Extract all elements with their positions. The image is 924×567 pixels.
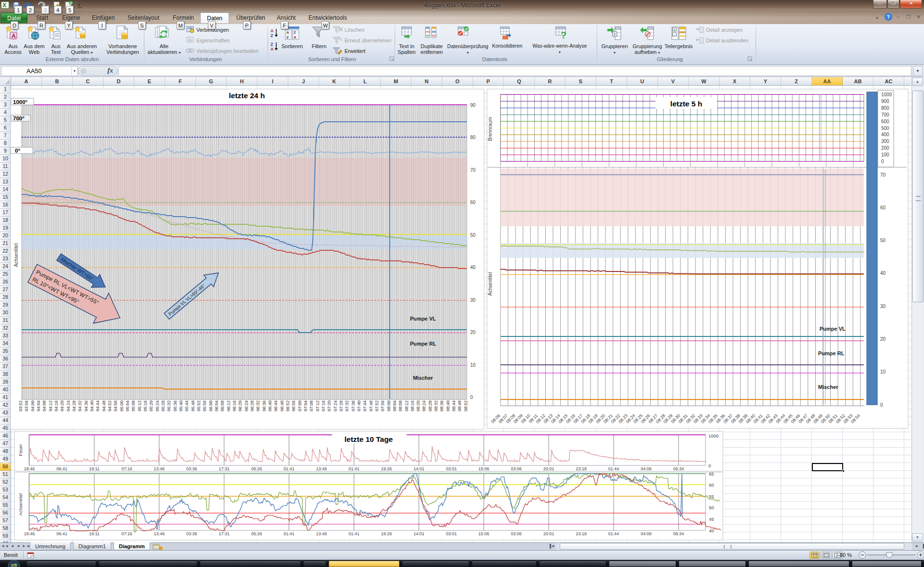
svg-text:letzte 24 h: letzte 24 h	[229, 91, 265, 100]
svg-text:04:04: 04:04	[36, 400, 41, 412]
svg-text:500: 500	[881, 126, 889, 131]
svg-text:20: 20	[880, 336, 886, 342]
svg-text:06:48: 06:48	[280, 400, 284, 412]
svg-text:04:36: 04:36	[84, 400, 89, 412]
svg-text:03:52: 03:52	[18, 400, 23, 412]
svg-text:07:16: 07:16	[321, 400, 326, 412]
svg-text:?: ?	[561, 30, 566, 40]
svg-text:07:12: 07:12	[315, 400, 320, 412]
svg-text:01:41: 01:41	[283, 531, 295, 536]
svg-text:10: 10	[880, 369, 886, 374]
svg-text:Achsentitel: Achsentitel	[488, 272, 493, 296]
svg-text:X: X	[2, 2, 6, 9]
svg-text:04:56: 04:56	[113, 400, 118, 412]
svg-text:Achsentitel: Achsentitel	[13, 244, 19, 267]
svg-text:04:16: 04:16	[54, 400, 59, 412]
svg-text:Pumpe RL: Pumpe RL	[818, 350, 845, 356]
svg-text:Z: Z	[270, 42, 273, 47]
svg-text:06:56: 06:56	[291, 400, 296, 412]
svg-text:01:41: 01:41	[283, 466, 295, 471]
svg-text:08:00: 08:00	[386, 400, 391, 412]
svg-text:15:06: 15:06	[478, 466, 489, 471]
svg-text:04:32: 04:32	[77, 400, 82, 412]
svg-text:30: 30	[880, 304, 886, 309]
svg-text:07:16: 07:16	[121, 531, 132, 536]
svg-text:Mischer: Mischer	[818, 384, 838, 390]
svg-text:0: 0	[880, 402, 883, 408]
svg-text:06:08: 06:08	[220, 400, 225, 412]
svg-text:07:56: 07:56	[380, 400, 385, 412]
svg-text:20:01: 20:01	[543, 466, 554, 471]
svg-text:60: 60	[709, 482, 714, 488]
svg-text:06:28: 06:28	[250, 400, 255, 412]
svg-text:05:08: 05:08	[131, 400, 136, 412]
svg-text:60: 60	[470, 200, 476, 205]
svg-text:06:04: 06:04	[214, 400, 219, 412]
svg-text:50: 50	[709, 505, 714, 510]
svg-text:20:01: 20:01	[543, 531, 554, 536]
svg-text:14:01: 14:01	[413, 466, 424, 471]
svg-text:900: 900	[881, 99, 889, 104]
svg-text:03:06: 03:06	[511, 466, 522, 471]
svg-text:04:09: 04:09	[641, 531, 652, 536]
svg-text:06:40: 06:40	[268, 400, 272, 412]
svg-text:05:04: 05:04	[125, 400, 130, 412]
svg-text:01:41: 01:41	[348, 466, 359, 471]
svg-text:05:26: 05:26	[251, 466, 262, 471]
svg-text:01:41: 01:41	[348, 531, 359, 536]
svg-text:letzte 5 h: letzte 5 h	[670, 100, 702, 108]
svg-text:50: 50	[880, 238, 886, 243]
svg-text:08:12: 08:12	[404, 400, 409, 412]
svg-text:07:24: 07:24	[333, 400, 338, 412]
svg-text:07:28: 07:28	[339, 400, 344, 412]
svg-text:1000: 1000	[708, 433, 719, 438]
svg-text:60: 60	[880, 205, 886, 210]
svg-text:06:34: 06:34	[673, 531, 684, 536]
svg-text:300: 300	[881, 139, 889, 144]
svg-text:13:46: 13:46	[316, 531, 327, 536]
svg-text:04:48: 04:48	[102, 400, 106, 412]
svg-text:04:12: 04:12	[48, 400, 53, 412]
svg-text:06:36: 06:36	[262, 400, 267, 412]
svg-text:700°: 700°	[13, 116, 25, 121]
svg-text:90: 90	[470, 103, 476, 108]
svg-text:05:24: 05:24	[155, 400, 160, 412]
svg-text:65: 65	[709, 471, 714, 477]
svg-text:08:48: 08:48	[457, 400, 462, 412]
svg-text:13:46: 13:46	[154, 466, 165, 471]
svg-text:07:16: 07:16	[121, 466, 132, 471]
svg-text:08:16: 08:16	[410, 400, 415, 412]
svg-text:200: 200	[881, 145, 889, 151]
svg-text:05:40: 05:40	[179, 400, 183, 412]
svg-text:03:01: 03:01	[446, 531, 457, 536]
svg-text:06:34: 06:34	[673, 466, 684, 471]
svg-text:04:40: 04:40	[90, 400, 94, 412]
svg-text:0: 0	[470, 395, 473, 400]
svg-text:06:24: 06:24	[244, 400, 249, 412]
svg-text:50: 50	[470, 232, 476, 238]
svg-text:06:20: 06:20	[238, 400, 243, 412]
svg-text:A: A	[270, 28, 274, 33]
svg-text:A: A	[12, 33, 16, 39]
svg-text:Z: Z	[286, 35, 289, 39]
svg-text:05:56: 05:56	[202, 400, 207, 412]
svg-text:18:46: 18:46	[24, 466, 35, 471]
svg-text:04:44: 04:44	[95, 400, 100, 412]
svg-text:07:08: 07:08	[309, 400, 314, 412]
svg-text:08:40: 08:40	[446, 400, 450, 412]
svg-text:05:00: 05:00	[119, 400, 124, 412]
svg-text:04:09: 04:09	[641, 466, 652, 471]
svg-text:600: 600	[881, 119, 889, 124]
svg-text:08:36: 08:36	[439, 400, 444, 412]
svg-text:06:41: 06:41	[56, 531, 67, 536]
svg-text:06:44: 06:44	[273, 400, 278, 412]
svg-text:07:00: 07:00	[297, 400, 302, 412]
svg-text:19:26: 19:26	[381, 466, 392, 471]
svg-text:06:32: 06:32	[256, 400, 260, 412]
svg-text:05:12: 05:12	[137, 400, 142, 412]
svg-text:08:28: 08:28	[428, 400, 433, 412]
svg-text:04:08: 04:08	[42, 400, 47, 412]
svg-text:55: 55	[709, 494, 714, 499]
svg-text:19:11: 19:11	[89, 466, 100, 471]
svg-text:06:41: 06:41	[56, 466, 67, 471]
